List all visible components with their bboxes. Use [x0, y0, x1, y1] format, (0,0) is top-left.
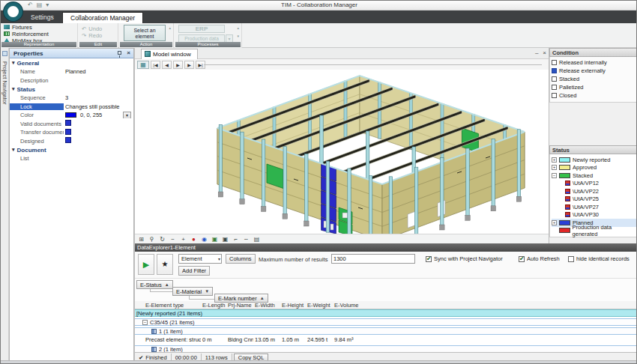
- checkbox-icon[interactable]: [552, 85, 557, 90]
- checkbox-icon[interactable]: [519, 256, 525, 262]
- target-icon[interactable]: ◉: [200, 236, 208, 243]
- section-document[interactable]: ▾Document: [10, 145, 133, 154]
- playback-prev-button[interactable]: ◀: [162, 61, 172, 69]
- status-child-vp22[interactable]: \UtA/VP22: [552, 187, 637, 195]
- valid-documents-checkbox[interactable]: [65, 120, 71, 126]
- color-dropdown-icon[interactable]: ▾: [123, 112, 131, 118]
- status-stacked[interactable]: −Stacked: [552, 172, 637, 180]
- project-navigator-tab[interactable]: Project Navigator: [1, 61, 8, 105]
- timeline-slider[interactable]: [204, 64, 542, 65]
- table-row[interactable]: Precast element: struct. prec... 0 m Bld…: [135, 335, 637, 344]
- expand-icon[interactable]: +: [552, 220, 557, 225]
- collapse-icon[interactable]: −: [142, 320, 148, 325]
- select-an-element-button[interactable]: Select an element: [124, 25, 166, 41]
- max-results-input[interactable]: [331, 254, 415, 264]
- reinforcement-icon: [4, 31, 10, 36]
- transfer-documents-checkbox[interactable]: [65, 129, 71, 135]
- project-navigator-icon[interactable]: [2, 51, 7, 56]
- app-logo-icon: [4, 2, 22, 21]
- group-chip-status[interactable]: E-Status▲: [136, 280, 173, 289]
- view-mode-icon[interactable]: ▦: [137, 61, 149, 69]
- columns-button[interactable]: Columns: [226, 254, 256, 264]
- zoom-out-icon[interactable]: −: [169, 236, 177, 243]
- tab-collaboration-manager[interactable]: Collaboration Manager: [62, 12, 143, 23]
- status-child-vp30[interactable]: \UtA/VP30: [552, 211, 637, 219]
- column-weight[interactable]: E-Weight: [306, 301, 333, 309]
- title-bar: ↶ ▤ ▾ TIM - Collaboration Manager: [1, 1, 637, 10]
- clip-icon[interactable]: ╌: [242, 236, 250, 243]
- settings-icon[interactable]: ▤: [253, 236, 261, 243]
- collapse-icon[interactable]: −: [552, 173, 557, 178]
- checkbox-icon[interactable]: [552, 68, 557, 73]
- group-chip-mark-number[interactable]: E-Mark number▲: [214, 294, 268, 303]
- processes-flyout-up-icon[interactable]: ▴: [237, 25, 239, 30]
- close-icon[interactable]: ×: [127, 49, 130, 56]
- tab-settings[interactable]: Settings: [23, 12, 61, 23]
- viewport[interactable]: [135, 70, 549, 234]
- column-element-type[interactable]: E-Element type: [144, 301, 201, 309]
- fit-view-icon[interactable]: ⊞: [137, 236, 145, 243]
- reinforcement-button[interactable]: Reinforcement: [4, 31, 77, 37]
- playback-first-button[interactable]: |◀: [151, 61, 160, 69]
- checkbox-icon[interactable]: [552, 60, 557, 65]
- ribbon-group-edit: ↶Undo ↷Redo Edit: [79, 23, 118, 48]
- condition-palletized[interactable]: Palletized: [552, 83, 637, 91]
- column-volume[interactable]: E-Volume: [333, 301, 363, 309]
- playback-next-button[interactable]: ▶: [184, 61, 194, 69]
- window-close-icon[interactable]: ×: [543, 49, 546, 56]
- pin-icon[interactable]: [118, 51, 121, 55]
- add-filter-button[interactable]: Add Filter: [178, 266, 210, 276]
- erp-button[interactable]: ERP: [178, 25, 225, 33]
- status-production-data[interactable]: Production data generated: [552, 227, 637, 235]
- playback-play-button[interactable]: ▶: [173, 61, 183, 69]
- condition-closed[interactable]: Closed: [552, 91, 637, 100]
- action-flyout-icon[interactable]: ▴: [169, 25, 171, 30]
- model-3d-view[interactable]: [135, 70, 549, 234]
- magnifier-icon[interactable]: ⚲: [148, 236, 156, 243]
- group-row-material[interactable]: −C35/45 (21 items): [135, 318, 637, 326]
- status-newly-reported[interactable]: +Newly reported: [552, 156, 637, 164]
- designed-checkbox[interactable]: [65, 137, 71, 143]
- data-explorer-title: DataExplorer1-Element: [135, 243, 637, 252]
- group-chip-material[interactable]: E-Material▼: [172, 287, 213, 296]
- tab-model-window[interactable]: Model window: [141, 49, 198, 59]
- condition-stacked[interactable]: Stacked: [552, 75, 637, 83]
- hide-identical-checkbox[interactable]: hide identical records: [568, 255, 630, 262]
- window-menu-icon[interactable]: –: [535, 49, 538, 56]
- checkbox-icon[interactable]: [552, 93, 557, 98]
- status-child-vp25[interactable]: \UtA/VP25: [552, 195, 637, 204]
- ribbon-group-representation: Fixtures Reinforcement MinMax box Repres…: [1, 23, 78, 48]
- checkbox-icon[interactable]: [426, 256, 432, 262]
- sort-asc-icon: ▲: [165, 282, 169, 288]
- checkbox-icon[interactable]: [568, 256, 574, 262]
- measure-icon[interactable]: ⌐: [232, 236, 240, 243]
- status-child-vp27[interactable]: \UtA/VP27: [552, 203, 637, 211]
- redo-button[interactable]: ↷Redo: [82, 32, 118, 38]
- checkbox-icon[interactable]: [552, 76, 557, 82]
- column-height[interactable]: E-Height: [280, 301, 306, 309]
- favorite-button[interactable]: ★: [157, 254, 173, 275]
- fixtures-button[interactable]: Fixtures: [4, 24, 77, 30]
- group-row-mark-1[interactable]: 1 (1 item): [135, 327, 637, 335]
- condition-released-internally[interactable]: Released internally: [552, 58, 637, 67]
- results-table-header: E-Element type E-Length Prj-Name E-Width…: [135, 301, 637, 309]
- expand-icon[interactable]: +: [552, 157, 557, 163]
- section-status[interactable]: ▾Status: [10, 85, 133, 94]
- undo-button[interactable]: ↶Undo: [82, 25, 118, 31]
- query-type-select[interactable]: Element▾: [178, 254, 222, 264]
- group-row-status[interactable]: [Newly reported (21 items): [135, 309, 637, 317]
- rotate-icon[interactable]: ↻: [158, 236, 166, 243]
- point-icon[interactable]: ●: [190, 236, 198, 243]
- run-query-button[interactable]: ▶: [138, 254, 154, 275]
- section-general[interactable]: ▾General: [10, 58, 133, 67]
- image-icon[interactable]: ▣: [211, 236, 219, 243]
- condition-release-externally[interactable]: Release externally: [552, 67, 637, 75]
- expand-icon[interactable]: +: [552, 165, 557, 170]
- sync-project-navigator-checkbox[interactable]: Sync with Project Navigator: [426, 255, 503, 262]
- status-approved[interactable]: +Approved: [552, 164, 637, 172]
- auto-refresh-checkbox[interactable]: Auto Refresh: [519, 255, 560, 262]
- copy-image-icon[interactable]: ▣: [221, 236, 229, 243]
- processes-flyout-down-icon[interactable]: ▾: [237, 34, 239, 38]
- zoom-in-icon[interactable]: +: [179, 236, 187, 243]
- status-child-vp12[interactable]: \UtA/VP12: [552, 180, 637, 188]
